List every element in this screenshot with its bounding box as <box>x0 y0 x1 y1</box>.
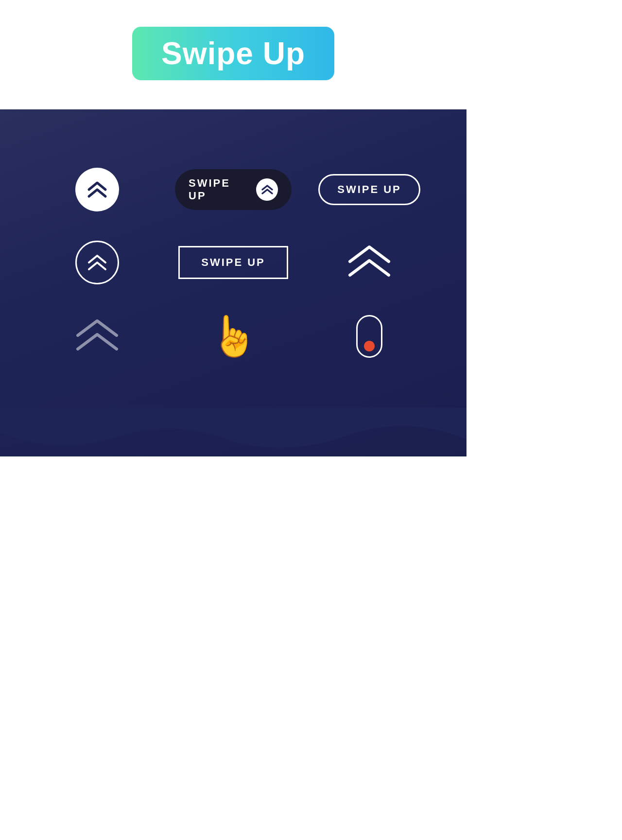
page-title: Swipe Up <box>161 36 305 71</box>
swipe-up-pill-label: SWIPE UP <box>189 177 250 202</box>
wave-background: SWIPE UP SWIPE UP <box>0 109 466 456</box>
header-area: Swipe Up <box>0 0 466 109</box>
pill-chevron-icon <box>256 178 278 201</box>
double-chevron-gray-icon <box>73 316 121 355</box>
swipe-up-outline-rect-label: SWIPE UP <box>201 256 265 268</box>
hand-pointer-icon: ☝ <box>209 314 258 359</box>
double-chevron-up-dark-icon <box>85 179 109 200</box>
chevron-double-gray-icon <box>73 316 121 357</box>
swipe-grid: SWIPE UP SWIPE UP <box>29 148 437 388</box>
scroll-dot <box>364 341 375 351</box>
chevron-outline-circle-icon[interactable] <box>75 241 119 284</box>
chevron-double-white-icon <box>345 242 394 283</box>
swipe-up-outline-pill-button[interactable]: SWIPE UP <box>318 174 420 205</box>
title-badge: Swipe Up <box>132 27 334 80</box>
wave-container: SWIPE UP SWIPE UP <box>0 109 466 456</box>
swipe-up-dark-pill-button[interactable]: SWIPE UP <box>175 169 292 210</box>
chevron-filled-circle-icon[interactable] <box>75 168 119 211</box>
swipe-up-outline-rect-button[interactable]: SWIPE UP <box>178 246 288 279</box>
wave-bottom <box>0 408 466 456</box>
scroll-indicator-icon <box>356 315 382 358</box>
double-chevron-large-white-icon <box>345 242 394 281</box>
double-chevron-up-white-circle-icon <box>85 252 109 273</box>
swipe-up-outline-pill-label: SWIPE UP <box>337 183 401 195</box>
double-chevron-up-white-small-icon <box>260 184 274 195</box>
